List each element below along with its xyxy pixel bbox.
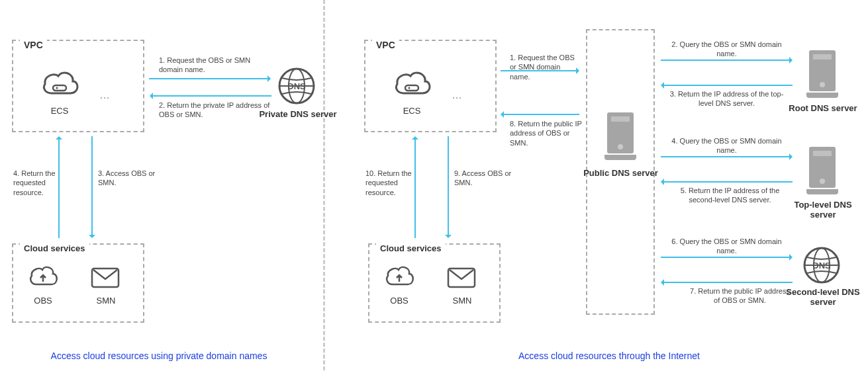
tld-dns-icon xyxy=(806,147,838,194)
svg-rect-0 xyxy=(53,85,66,91)
r-step7: 7. Return the public IP address of OBS o… xyxy=(689,286,791,306)
dns-icon: DNS xyxy=(278,67,315,104)
arrow-step2 xyxy=(152,95,271,97)
ecs-icon xyxy=(38,69,81,101)
caption-right: Access cloud resources through the Inter… xyxy=(483,351,735,361)
ecs-label: ECS xyxy=(20,106,99,116)
r-step5: 5. Return the IP address of the second-l… xyxy=(669,186,791,205)
step2-text: 2. Return the private IP address of OBS … xyxy=(159,101,271,120)
smn-label: SMN xyxy=(66,296,146,306)
ecs-label-r: ECS xyxy=(372,106,452,116)
r-step3: 3. Return the IP address of the top-leve… xyxy=(669,89,785,108)
r-step1: 1. Request the OBS or SMN domain name. xyxy=(510,53,579,81)
arrow-r6 xyxy=(661,257,790,258)
vertical-divider xyxy=(323,0,325,370)
public-dns-label: Public DNS server xyxy=(583,168,659,178)
svg-text:DNS: DNS xyxy=(812,261,831,270)
obs-icon xyxy=(26,265,60,291)
obs-icon-r xyxy=(383,265,416,291)
arrow-r7 xyxy=(663,282,793,283)
caption-left: Access cloud resources using private dom… xyxy=(40,351,278,361)
smn-icon-r xyxy=(446,266,477,290)
svg-rect-7 xyxy=(405,85,418,91)
public-dns-server-icon xyxy=(604,112,636,160)
root-dns-icon xyxy=(806,50,838,98)
cloud-title: Cloud services xyxy=(20,243,89,253)
r-step10: 10. Return the requested resource. xyxy=(365,169,413,197)
step4-text: 4. Return the requested resource. xyxy=(13,169,56,197)
svg-point-8 xyxy=(409,87,410,89)
arrow-r8 xyxy=(503,114,579,115)
r-step4: 4. Query the OBS or SMN domain name. xyxy=(669,136,785,155)
dots: … xyxy=(99,89,111,101)
r-step2: 2. Query the OBS or SMN domain name. xyxy=(669,40,785,59)
dots-r: … xyxy=(452,89,463,101)
arrow-step4 xyxy=(58,139,60,238)
r-step9: 9. Access OBS or SMN. xyxy=(454,169,514,188)
arrow-r9 xyxy=(448,136,449,235)
arrow-r4 xyxy=(661,156,790,157)
svg-point-1 xyxy=(56,87,58,89)
r-step6: 6. Query the OBS or SMN domain name. xyxy=(669,237,785,256)
arrow-r10 xyxy=(414,139,416,238)
tld-dns-label: Top-level DNS server xyxy=(785,200,861,220)
arrow-r5 xyxy=(663,181,793,183)
step1-text: 1. Request the OBS or SMN domain name. xyxy=(159,56,271,75)
svg-text:DNS: DNS xyxy=(287,81,306,91)
sld-dns-icon: DNS xyxy=(803,247,840,284)
smn-label-r: SMN xyxy=(422,296,502,306)
arrow-r2 xyxy=(661,60,790,61)
cloud-title-r: Cloud services xyxy=(376,243,446,253)
arrow-step1 xyxy=(149,78,268,79)
arrow-r3 xyxy=(663,85,793,86)
arrow-step3 xyxy=(91,136,93,235)
root-dns-label: Root DNS server xyxy=(785,103,861,113)
vpc-title: VPC xyxy=(20,40,47,50)
step3-text: 3. Access OBS or SMN. xyxy=(98,169,158,188)
vpc-title-r: VPC xyxy=(372,40,399,50)
smn-icon xyxy=(89,266,121,290)
r-step8: 8. Return the public IP address of OBS o… xyxy=(510,119,584,147)
sld-dns-label: Second-level DNS server xyxy=(783,287,863,307)
ecs-icon-r xyxy=(391,69,433,101)
